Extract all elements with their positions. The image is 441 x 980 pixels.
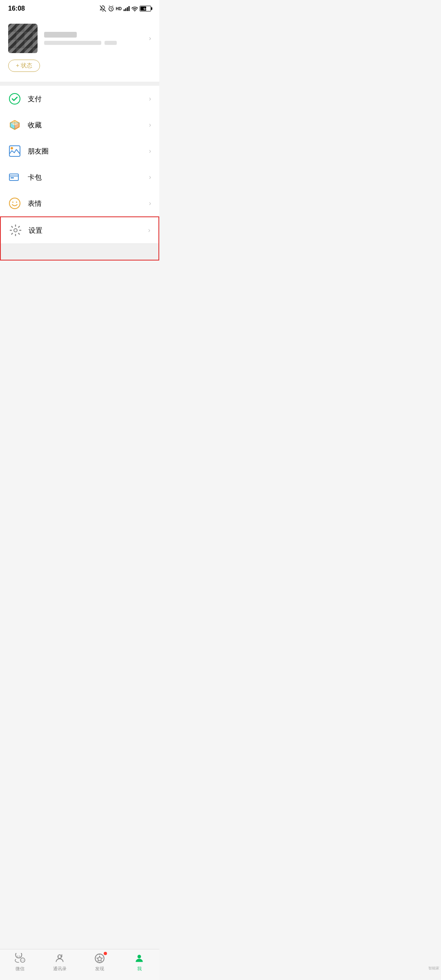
profile-id-bar xyxy=(44,41,101,45)
status-button[interactable]: + 状态 xyxy=(8,60,40,72)
favorites-label: 收藏 xyxy=(28,120,143,130)
profile-info xyxy=(44,32,143,45)
svg-point-8 xyxy=(134,11,135,11)
profile-section: › + 状态 xyxy=(0,16,159,82)
menu-item-emoji[interactable]: 表情 › xyxy=(0,190,159,216)
svg-point-14 xyxy=(11,147,13,149)
battery-icon: 64 xyxy=(140,6,151,11)
moments-chevron: › xyxy=(149,147,151,155)
menu-section: 支付 › 收藏 › 朋友圈 xyxy=(0,86,159,216)
content-spacer xyxy=(0,261,159,326)
emoji-label: 表情 xyxy=(28,199,143,208)
menu-item-settings[interactable]: 设置 › xyxy=(1,217,158,243)
wifi-icon xyxy=(131,6,138,11)
svg-point-19 xyxy=(12,202,13,203)
card-label: 卡包 xyxy=(28,173,143,182)
card-icon xyxy=(8,171,21,184)
card-chevron: › xyxy=(149,174,151,181)
hd-badge: HD xyxy=(116,7,122,11)
favorites-icon xyxy=(8,118,21,131)
emoji-icon xyxy=(8,197,21,210)
menu-item-card-wallet[interactable]: 卡包 › xyxy=(0,164,159,190)
moments-icon xyxy=(8,145,21,158)
alarm-icon xyxy=(108,5,114,12)
section-divider-1 xyxy=(0,82,159,86)
settings-icon xyxy=(9,224,22,237)
mute-icon xyxy=(100,5,106,12)
menu-item-moments[interactable]: 朋友圈 › xyxy=(0,138,159,164)
payment-label: 支付 xyxy=(28,94,143,104)
status-icons: HD 64 xyxy=(100,5,151,12)
status-btn-row: + 状态 xyxy=(8,60,151,72)
payment-icon xyxy=(8,92,21,105)
svg-rect-4 xyxy=(124,9,125,11)
svg-point-21 xyxy=(14,229,17,232)
menu-item-payment[interactable]: 支付 › xyxy=(0,86,159,112)
profile-row[interactable]: › xyxy=(8,24,151,53)
settings-highlight-area xyxy=(1,243,158,260)
svg-line-3 xyxy=(112,6,113,6)
status-bar: 16:08 HD xyxy=(0,0,159,16)
profile-qr-bar xyxy=(105,41,117,45)
moments-label: 朋友圈 xyxy=(28,147,143,156)
signal-icon xyxy=(123,6,130,11)
settings-highlight-wrapper: 设置 › xyxy=(0,216,159,261)
svg-point-18 xyxy=(9,198,20,209)
payment-chevron: › xyxy=(149,95,151,102)
svg-rect-5 xyxy=(125,8,127,11)
profile-name xyxy=(44,32,77,38)
svg-line-0 xyxy=(100,6,106,12)
profile-id-row xyxy=(44,41,143,45)
emoji-chevron: › xyxy=(149,200,151,207)
settings-label: 设置 xyxy=(29,226,142,235)
svg-rect-6 xyxy=(127,7,128,11)
menu-item-favorites[interactable]: 收藏 › xyxy=(0,112,159,138)
svg-rect-17 xyxy=(11,177,14,178)
svg-rect-7 xyxy=(129,6,130,11)
settings-chevron: › xyxy=(148,227,150,234)
profile-chevron: › xyxy=(149,35,151,42)
svg-point-20 xyxy=(16,202,17,203)
favorites-chevron: › xyxy=(149,121,151,129)
avatar[interactable] xyxy=(8,24,38,53)
svg-point-9 xyxy=(9,94,20,104)
status-time: 16:08 xyxy=(8,5,25,12)
svg-rect-15 xyxy=(9,174,18,180)
svg-line-2 xyxy=(109,6,110,6)
